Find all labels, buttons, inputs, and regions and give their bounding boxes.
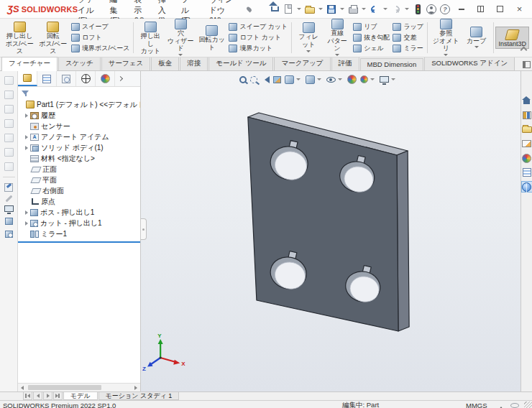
screen-capture-icon[interactable] [4,205,14,212]
sweep-button[interactable]: スイープ [71,22,129,32]
reference-geometry-dropdown[interactable] [444,54,448,58]
reference-geometry-button[interactable]: 参照ジオメトリ [430,17,462,59]
expand-arrow-icon[interactable] [25,113,28,118]
zoom-area-icon[interactable] [249,73,258,85]
fillet-button[interactable]: フィレット [294,20,323,55]
close-icon[interactable]: × [510,2,529,17]
new-document-icon[interactable] [282,3,295,15]
linear-pattern-dropdown[interactable] [335,54,339,58]
dimxpertmanager-tab[interactable] [76,71,96,86]
boundary-cut-button[interactable]: 境界カット [229,44,288,53]
first-tab-icon[interactable] [23,392,32,400]
wrap-button[interactable]: ラップ [393,22,423,32]
tree-item-cut-extrude1[interactable]: カット - 押し出し1 [18,218,140,228]
instant3d-button[interactable]: Instant3D [495,27,529,50]
performance-icon[interactable] [411,3,424,15]
custom-properties-icon[interactable] [521,167,532,178]
units-selector[interactable]: MMGS [466,402,487,408]
sweep-cut-button[interactable]: スイープ カット [229,22,288,32]
propertymanager-tab[interactable] [37,71,57,86]
expand-arrow-icon[interactable] [25,135,28,139]
tab-features[interactable]: フィーチャー [1,57,58,71]
fillet-dropdown[interactable] [306,50,311,55]
model-part1[interactable] [248,113,409,331]
linear-pattern-button[interactable]: 直線パターン [323,17,352,59]
hole-wizard-button[interactable]: 穴ウィザード [165,17,196,59]
view-cube-icon-5[interactable] [4,134,14,142]
tree-item-front-plane[interactable]: 正面 [18,164,140,175]
rib-button[interactable]: リブ [353,22,390,32]
featuremanager-tab[interactable] [18,71,37,86]
tree-item-boss-extrude1[interactable]: ボス - 押し出し1 [18,207,140,218]
part-tool-icon-1[interactable] [5,218,13,225]
open-dropdown[interactable] [318,8,323,12]
minimize-icon[interactable] [451,2,471,17]
view-cube-icon-6[interactable] [4,148,14,157]
apply-scene-icon[interactable] [359,73,377,85]
zoom-fit-icon[interactable] [239,73,247,85]
panel-splitter-handle[interactable] [141,218,147,240]
intersect-button[interactable]: 交差 [393,33,423,42]
loft-button[interactable]: ロフト [71,33,129,42]
redo-icon[interactable] [390,3,403,15]
panel-horizontal-scrollbar[interactable] [18,383,140,391]
configurationmanager-tab[interactable] [57,71,76,86]
tab-markup[interactable]: マークアップ [274,57,330,70]
home-icon[interactable] [268,3,281,15]
forum-icon[interactable] [521,181,532,193]
tab-motion-study-1[interactable]: モーション スタディ 1 [98,392,180,400]
scroll-left-icon[interactable] [18,384,27,391]
pin-menu-icon[interactable] [246,6,252,12]
sketch-tool-icon[interactable] [4,183,13,192]
tag-icon[interactable] [510,403,519,408]
appearances-icon[interactable] [521,152,532,164]
view-cube-icon-7[interactable] [4,162,14,171]
resize-grip[interactable] [524,402,532,408]
undo-icon[interactable] [368,3,381,15]
pane-left-icon[interactable] [523,61,531,68]
account-icon[interactable] [425,3,438,15]
edit-appearance-icon[interactable] [347,73,357,85]
rollback-bar[interactable] [18,241,140,243]
print-dropdown[interactable] [362,8,366,12]
save-icon[interactable] [325,3,338,15]
view-cube-icon-2[interactable] [4,91,14,99]
tab-sketch[interactable]: スケッチ [58,57,101,70]
save-dropdown[interactable] [340,8,344,12]
displaymanager-tab[interactable] [96,71,115,86]
expand-arrow-icon[interactable] [25,221,28,226]
shell-button[interactable]: シェル [353,44,390,53]
mirror-button[interactable]: ミラー [393,44,423,53]
view-cube-icon-4[interactable] [4,119,14,128]
units-dropdown-icon[interactable] [499,404,503,408]
graphics-area[interactable]: Y X Z [141,71,520,391]
extrude-boss-button[interactable]: 押し出しボス/ベース [3,19,37,56]
edit-tool-icon[interactable] [5,195,12,203]
prev-tab-icon[interactable] [33,392,42,400]
curves-dropdown[interactable] [474,46,479,50]
taskpane-home-icon[interactable] [521,95,532,106]
file-explorer-icon[interactable] [521,124,532,135]
expand-arrow-icon[interactable] [25,146,28,150]
curves-button[interactable]: カーブ [462,24,491,52]
tree-item-sensors[interactable]: センサー [18,121,140,131]
tab-model[interactable]: モデル [63,392,98,400]
tree-item-solid-bodies[interactable]: ソリッド ボディ(1) [18,142,140,153]
open-icon[interactable] [303,3,316,15]
revolve-cut-button[interactable]: 回転カット [196,23,228,52]
section-view-icon[interactable] [272,73,282,85]
tree-item-right-plane[interactable]: 右側面 [18,185,140,196]
hide-show-items-icon[interactable] [326,73,344,85]
view-settings-icon[interactable] [379,73,398,85]
previous-view-icon[interactable] [260,73,270,85]
scroll-right-icon[interactable] [132,384,140,391]
tree-item-material[interactable]: 材料 <指定なし> [18,153,140,164]
tree-item-history[interactable]: 履歴 [18,110,140,121]
tree-item-origin[interactable]: 原点 [18,196,140,207]
maximize-icon[interactable] [490,2,510,17]
design-library-icon[interactable] [521,109,532,121]
view-cube-icon-1[interactable] [4,76,14,85]
view-cube-icon-3[interactable] [4,105,14,113]
tree-root[interactable]: Part1 (デフォルト) <<デフォルト>_表示状態 1 [18,99,140,110]
print-icon[interactable] [347,3,359,15]
